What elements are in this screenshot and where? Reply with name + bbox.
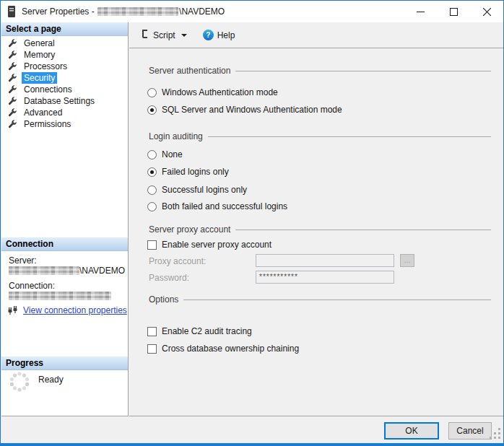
radio-none[interactable]: None [147,149,183,160]
window-title-prefix: Server Properties - [22,6,97,17]
script-button[interactable]: Script [135,27,191,44]
radio-both-failed-and-successful-logins[interactable]: Both failed and successful logins [147,201,287,212]
script-icon [139,29,149,41]
radio-icon [147,150,157,159]
sidebar-item-advanced[interactable]: Advanced [1,107,128,118]
server-properties-dialog: Server Properties - \NAVDEMO Select a pa… [0,0,504,446]
close-button[interactable] [470,1,503,22]
server-label: Server: [9,255,37,266]
sidebar-item-label: Advanced [22,107,64,118]
redacted-server-name [9,266,79,275]
sidebar-item-general[interactable]: General [1,38,128,49]
resize-grip[interactable] [498,437,500,439]
radio-windows-authentication-mode[interactable]: Windows Authentication mode [147,87,278,98]
sidebar-item-processors[interactable]: Processors [1,61,128,72]
sidebar-item-label: Security [22,72,57,84]
wrench-icon [8,62,17,71]
view-connection-properties-link[interactable]: View connection properties [23,305,127,315]
sidebar-item-connections[interactable]: Connections [1,84,128,95]
section-title: Server authentication [149,66,235,76]
checkbox-enable-server-proxy-account[interactable]: Enable server proxy account [147,239,271,250]
wrench-icon [8,97,17,106]
wrench-icon [8,85,17,95]
titlebar: Server Properties - \NAVDEMO [1,1,503,22]
help-button[interactable]: ? Help [199,27,240,44]
wrench-icon [8,108,17,118]
section-login-auditing: Login auditing [149,131,491,141]
sidebar-item-security[interactable]: Security [1,72,128,84]
radio-failed-logins-only[interactable]: Failed logins only [147,166,229,178]
sidebar-item-label: General [22,38,57,49]
page-list: General Memory Processors Security Conne… [1,38,128,130]
wrench-icon [8,120,17,129]
ok-button[interactable]: OK [384,422,439,440]
radio-icon [147,105,157,115]
wrench-icon [8,51,17,60]
radio-sql-and-windows-authentication-mode[interactable]: SQL Server and Windows Authentication mo… [147,104,342,115]
security-page: Server authentication Windows Authentica… [129,48,504,416]
checkbox-label: Enable server proxy account [162,240,271,250]
server-instance-suffix: \NAVDEMO [79,266,125,276]
connection-header: Connection [1,237,128,251]
radio-label: SQL Server and Windows Authentication mo… [162,105,342,115]
server-value: \NAVDEMO [9,266,125,276]
maximize-button[interactable] [437,1,470,22]
section-rule [183,299,491,300]
radio-label: Windows Authentication mode [162,87,278,97]
connection-link-row: View connection properties [8,305,127,315]
radio-icon [147,88,157,97]
connection-properties-icon [8,306,18,315]
window-title-suffix: \NAVDEMO [179,6,225,17]
checkbox-icon [147,344,157,354]
toolbar: Script ? Help [129,22,504,48]
radio-icon [147,167,157,177]
app-icon [7,6,16,17]
help-label: Help [217,30,235,40]
radio-label: Successful logins only [162,185,247,195]
section-rule [235,71,491,71]
password-input: *********** [256,271,394,284]
redacted-connection-user [9,292,111,300]
minimize-button[interactable] [404,1,437,22]
connection-label: Connection: [9,281,55,291]
wrench-icon [8,39,17,48]
checkbox-enable-c2-audit-tracing[interactable]: Enable C2 audit tracing [147,325,252,337]
script-label: Script [153,30,175,40]
sidebar-item-label: Memory [22,49,57,61]
section-title: Server proxy account [149,224,235,235]
checkbox-label: Enable C2 audit tracing [162,326,252,336]
sidebar-item-memory[interactable]: Memory [1,49,128,61]
radio-label: None [162,149,183,159]
section-rule [208,136,491,137]
browse-button: ... [400,254,414,267]
checkbox-icon [147,240,157,250]
sidebar-item-label: Processors [22,61,69,72]
window-controls [404,1,503,22]
section-title: Login auditing [149,131,208,141]
footer: OK Cancel [1,417,504,444]
checkbox-icon [147,327,157,336]
radio-icon [147,202,157,211]
help-icon: ? [203,30,214,40]
sidebar: Select a page General Memory Processors … [1,22,129,416]
chevron-down-icon [181,34,187,37]
radio-successful-logins-only[interactable]: Successful logins only [147,184,247,196]
section-rule [235,229,491,230]
progress-spinner-icon [8,370,31,395]
progress-status: Ready [38,375,64,385]
radio-icon [147,185,157,195]
redacted-server-name [97,7,178,16]
checkbox-label: Cross database ownership chaining [162,344,299,354]
progress-header: Progress [1,357,128,370]
sidebar-item-database-settings[interactable]: Database Settings [1,95,128,107]
sidebar-item-label: Connections [22,84,74,95]
section-server-authentication: Server authentication [149,66,491,76]
sidebar-item-label: Permissions [22,118,73,130]
section-title: Options [149,294,183,305]
proxy-account-label: Proxy account: [149,256,206,266]
cancel-button[interactable]: Cancel [448,422,492,440]
sidebar-item-label: Database Settings [22,95,97,107]
sidebar-item-permissions[interactable]: Permissions [1,118,128,130]
window-bottom-edge [1,443,503,445]
checkbox-cross-database-ownership-chaining[interactable]: Cross database ownership chaining [147,343,299,354]
